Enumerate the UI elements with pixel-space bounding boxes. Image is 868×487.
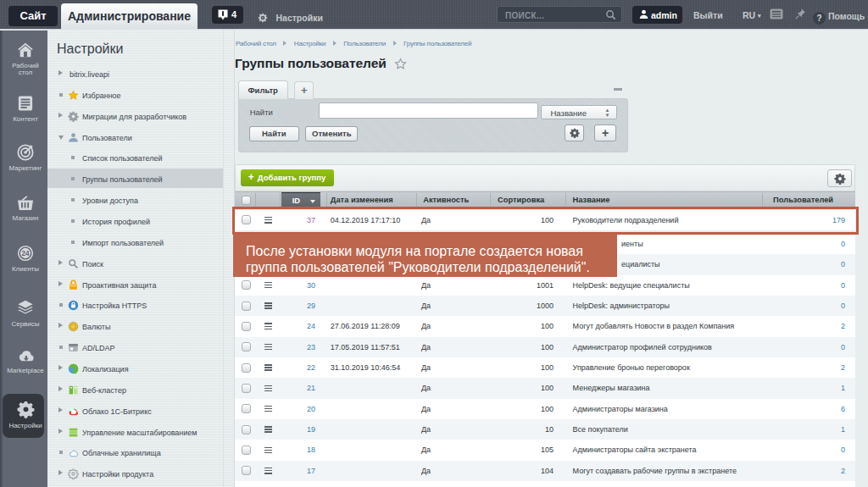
svg-text:24: 24 xyxy=(21,251,30,258)
